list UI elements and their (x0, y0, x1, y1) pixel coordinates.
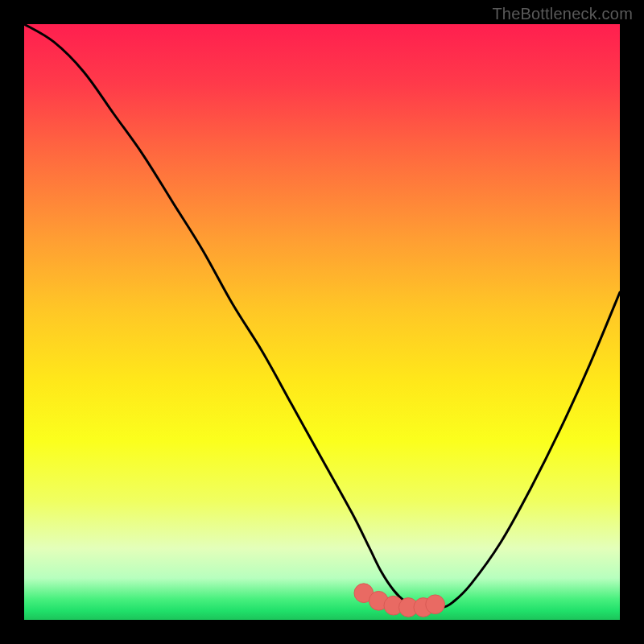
chart-frame: TheBottleneck.com (0, 0, 644, 644)
watermark-text: TheBottleneck.com (492, 5, 633, 23)
optimal-marker (426, 595, 445, 614)
optimal-range-markers (24, 24, 620, 620)
plot-area (24, 24, 620, 620)
